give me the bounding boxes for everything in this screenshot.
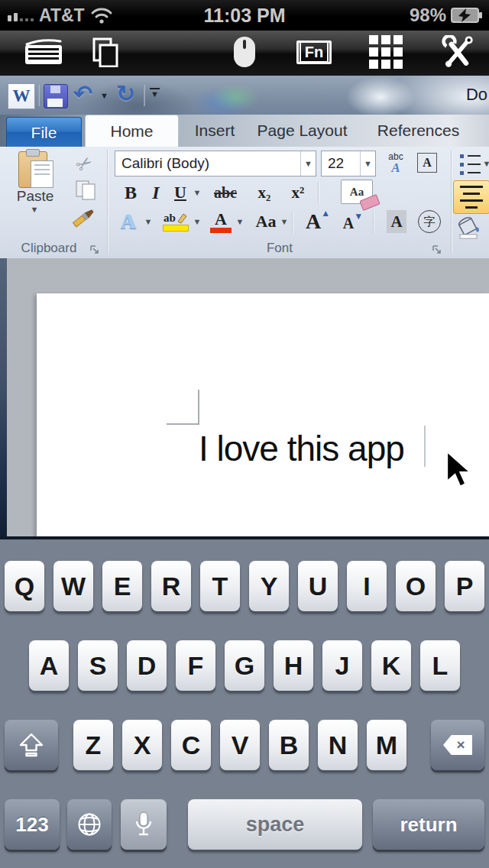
format-painter-button[interactable] <box>69 205 99 229</box>
font-name-value: Calibri (Body) <box>115 155 300 172</box>
windows-switcher-button[interactable] <box>86 31 124 73</box>
microphone-icon <box>134 811 153 838</box>
key-j[interactable]: J <box>322 640 362 691</box>
bullets-dropdown[interactable]: ▼ <box>483 159 489 168</box>
paste-dropdown[interactable]: ▼ <box>29 205 40 214</box>
key-c[interactable]: C <box>171 720 211 770</box>
font-size-combo[interactable]: 22 ▼ <box>321 151 376 177</box>
bold-button[interactable]: B <box>119 180 142 205</box>
change-case-dropdown[interactable]: ▼ <box>280 217 289 226</box>
font-name-dropdown[interactable]: ▼ <box>300 151 316 176</box>
key-l[interactable]: L <box>420 640 460 691</box>
key-a[interactable]: A <box>29 640 69 691</box>
character-border-button[interactable]: A <box>415 151 439 175</box>
key-k[interactable]: K <box>371 640 411 691</box>
italic-button[interactable]: I <box>147 180 165 205</box>
subscript-button[interactable]: x₂ <box>251 180 278 205</box>
document-text[interactable]: I love this app <box>199 428 404 469</box>
key-n[interactable]: N <box>318 720 358 770</box>
globe-key[interactable] <box>67 799 112 850</box>
key-v[interactable]: V <box>220 720 260 770</box>
key-b[interactable]: B <box>269 720 309 770</box>
paste-label[interactable]: Paste <box>8 188 63 205</box>
strikethrough-button[interactable]: abc <box>208 180 243 205</box>
enclose-characters-button[interactable]: 字 <box>414 208 445 235</box>
tab-references[interactable]: References <box>363 115 474 147</box>
change-case-button[interactable]: Aa <box>249 208 283 235</box>
app-grid-button[interactable] <box>365 31 406 73</box>
font-size-dropdown[interactable]: ▼ <box>360 151 375 176</box>
tab-insert[interactable]: Insert <box>180 115 249 147</box>
customize-qat-button[interactable]: ▼ <box>150 88 160 97</box>
key-g[interactable]: G <box>225 640 264 691</box>
font-dialog-launcher[interactable] <box>432 245 442 254</box>
key-f[interactable]: F <box>176 640 215 691</box>
save-button[interactable] <box>44 84 68 108</box>
numbers-key[interactable]: 123 <box>5 799 60 850</box>
clipboard-dialog-launcher[interactable] <box>90 245 99 254</box>
highlight-pen-icon <box>176 212 188 224</box>
phonetic-guide-button[interactable]: abc A <box>381 149 411 177</box>
key-d[interactable]: D <box>127 640 167 691</box>
key-m[interactable]: M <box>367 720 406 770</box>
superscript-button[interactable]: x² <box>284 180 312 205</box>
grow-font-button[interactable]: A ▲ <box>300 208 336 235</box>
ios-keyboard: QWERTYUIOP ASDFGHJKL × ZXCVBNM 123 <box>0 539 489 868</box>
copy-button[interactable] <box>73 179 99 202</box>
key-r[interactable]: R <box>151 561 191 611</box>
title-bar: W ↶ ▼ ↻ ▼ Do <box>0 73 489 117</box>
align-left-button-selected[interactable] <box>453 180 489 214</box>
key-o[interactable]: O <box>396 561 436 611</box>
font-color-button[interactable]: A <box>206 208 235 235</box>
key-s[interactable]: S <box>78 640 118 691</box>
clear-formatting-button[interactable]: Aa <box>330 177 384 206</box>
underline-button[interactable]: U <box>170 180 191 205</box>
battery-percent: 98% <box>410 5 446 26</box>
tab-file[interactable]: File <box>6 117 82 147</box>
tab-home[interactable]: Home <box>85 115 179 147</box>
shift-key[interactable] <box>5 720 58 770</box>
windows-icon <box>89 37 120 67</box>
font-color-dropdown[interactable]: ▼ <box>235 217 244 226</box>
key-t[interactable]: T <box>200 561 240 611</box>
space-key[interactable]: space <box>188 799 362 850</box>
shrink-font-button[interactable]: A ▼ <box>338 211 368 235</box>
bullets-button[interactable] <box>457 153 483 176</box>
fn-icon: Fn <box>296 40 332 64</box>
key-y[interactable]: Y <box>249 561 289 611</box>
redo-button[interactable]: ↻ <box>116 80 135 107</box>
document-page[interactable]: I love this app <box>37 293 489 536</box>
word-logo[interactable]: W <box>8 83 35 109</box>
fn-keys-button[interactable]: Fn <box>293 31 335 73</box>
font-name-combo[interactable]: Calibri (Body) ▼ <box>115 151 316 177</box>
paste-button[interactable] <box>18 151 53 188</box>
key-h[interactable]: H <box>274 640 313 691</box>
text-effects-button[interactable]: A <box>115 208 142 235</box>
key-u[interactable]: U <box>298 561 338 611</box>
text-effects-dropdown[interactable]: ▼ <box>144 217 153 226</box>
keyboard-toggle-button[interactable] <box>21 31 66 73</box>
undo-dropdown[interactable]: ▼ <box>100 91 108 100</box>
highlight-dropdown[interactable]: ▼ <box>193 217 202 226</box>
return-key[interactable]: return <box>373 799 484 850</box>
undo-button[interactable]: ↶ <box>73 80 92 107</box>
mouse-mode-button[interactable] <box>228 31 261 73</box>
key-x[interactable]: X <box>122 720 162 770</box>
keyboard-row-1: QWERTYUIOP <box>0 561 489 611</box>
key-e[interactable]: E <box>102 561 142 611</box>
tab-page-layout[interactable]: Page Layout <box>251 115 354 147</box>
settings-tools-button[interactable] <box>437 31 478 73</box>
key-p[interactable]: P <box>445 561 484 611</box>
highlight-button[interactable]: ab <box>159 208 193 235</box>
backspace-key[interactable]: × <box>431 720 484 770</box>
dictation-key[interactable] <box>121 799 167 850</box>
cut-button[interactable]: ✂ <box>66 146 102 182</box>
key-z[interactable]: Z <box>73 720 113 770</box>
underline-dropdown[interactable]: ▼ <box>193 188 202 197</box>
grid-icon <box>369 35 403 69</box>
key-q[interactable]: Q <box>5 561 44 611</box>
key-w[interactable]: W <box>53 561 93 611</box>
character-shading-button[interactable]: A <box>382 208 411 235</box>
shading-button[interactable] <box>455 215 484 240</box>
key-i[interactable]: I <box>347 561 387 611</box>
